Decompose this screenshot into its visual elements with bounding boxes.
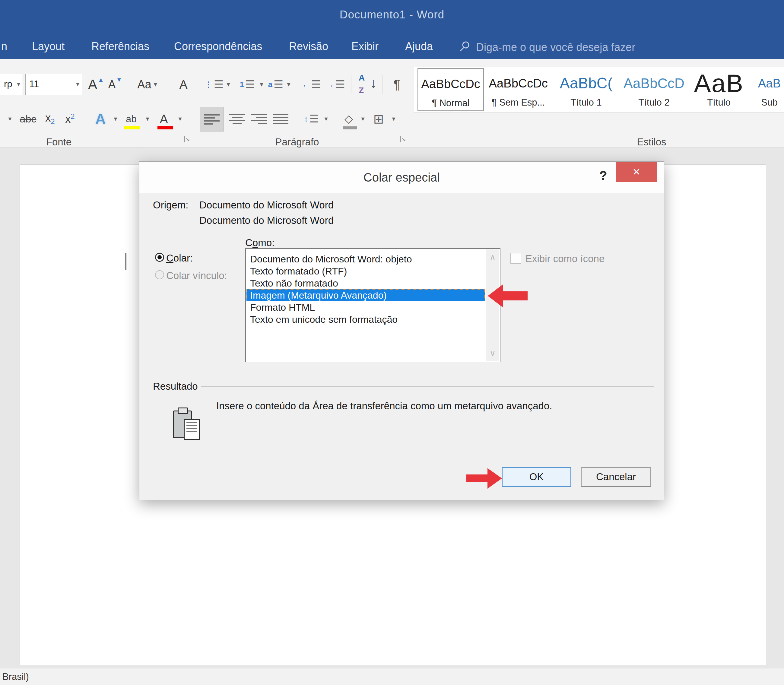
- paragraph-dialog-launcher[interactable]: ↘: [400, 136, 407, 142]
- shading-dropdown[interactable]: ▾: [360, 107, 366, 131]
- divider: [295, 109, 295, 128]
- styles-gallery: AaBbCcDc ¶ Normal AaBbCcDc ¶ Sem Esp... …: [414, 67, 784, 113]
- style-titulo-2[interactable]: AaBbCcD Título 2: [621, 68, 687, 111]
- subscript-button[interactable]: x2: [42, 107, 58, 131]
- style-titulo[interactable]: AaB Título: [686, 68, 752, 111]
- font-name-combo[interactable]: rp ▾: [0, 74, 23, 95]
- shading-icon: ◇: [344, 112, 353, 125]
- highlight-dropdown[interactable]: ▾: [144, 107, 151, 131]
- scroll-down-icon[interactable]: ∨: [486, 347, 499, 360]
- divider: [85, 109, 85, 128]
- ok-button[interactable]: OK: [502, 467, 571, 487]
- align-center-button[interactable]: [226, 107, 248, 131]
- align-left-button[interactable]: [200, 107, 224, 131]
- tell-me-search[interactable]: Diga-me o que você deseja fazer: [459, 36, 635, 59]
- borders-dropdown[interactable]: ▾: [390, 107, 397, 131]
- list-item[interactable]: Documento do Microsoft Word: objeto: [247, 253, 485, 265]
- dialog-titlebar[interactable]: Colar especial ? ✕: [140, 162, 664, 193]
- annotation-arrow-ok-button: [466, 468, 502, 489]
- colar-radio[interactable]: [155, 253, 164, 262]
- tab-ajuda[interactable]: Ajuda: [405, 36, 433, 59]
- decrease-indent-button[interactable]: ←☰: [301, 74, 322, 95]
- shrink-font-button[interactable]: A ▼: [106, 74, 124, 95]
- style-preview: AaB: [686, 71, 752, 95]
- chevron-down-icon[interactable]: ▾: [76, 80, 80, 88]
- close-button[interactable]: ✕: [616, 162, 657, 182]
- tab-correspondencias[interactable]: Correspondências: [174, 36, 262, 59]
- list-item-selected[interactable]: Imagem (Metarquivo Avançado): [247, 289, 485, 301]
- tab-partial[interactable]: n: [1, 36, 7, 59]
- grow-font-button[interactable]: A ▲: [87, 74, 104, 95]
- help-button[interactable]: ?: [599, 168, 607, 183]
- ribbon: rp ▾ 11 ▾ A ▲ A ▼ Aa ▾ A ▾ abc x2 x2 A ▾…: [0, 59, 784, 148]
- highlight-color-button[interactable]: ab: [121, 107, 141, 131]
- underline-dropdown[interactable]: ▾: [5, 107, 15, 131]
- tab-exibir[interactable]: Exibir: [351, 36, 378, 59]
- align-center-icon: [229, 112, 245, 125]
- font-group-label: Fonte: [11, 136, 107, 148]
- line-spacing-button[interactable]: ↕☰: [301, 107, 322, 131]
- style-subtitulo[interactable]: AaB Sub: [755, 68, 784, 111]
- list-item[interactable]: Texto formatado (RTF): [247, 265, 485, 277]
- chevron-down-icon[interactable]: ▾: [17, 80, 20, 88]
- arrow-right-icon: [487, 468, 502, 489]
- multilevel-list-button[interactable]: a☰: [266, 74, 286, 95]
- colar-vinculo-radio[interactable]: [155, 270, 164, 279]
- style-titulo-1[interactable]: AaBbC( Título 1: [553, 68, 619, 111]
- sort-button[interactable]: A Z ↓: [358, 74, 378, 95]
- scroll-up-icon[interactable]: ∧: [486, 251, 499, 264]
- style-name: Título 1: [553, 97, 619, 108]
- style-normal[interactable]: AaBbCcDc ¶ Normal: [417, 68, 484, 111]
- align-right-icon: [251, 112, 267, 125]
- style-preview: AaB: [755, 71, 784, 95]
- list-item[interactable]: Formato HTML: [247, 301, 485, 313]
- exibir-como-icone-checkbox[interactable]: [510, 253, 521, 264]
- justify-button[interactable]: [269, 107, 291, 131]
- como-label: Como:: [245, 237, 274, 248]
- strikethrough-button[interactable]: abc: [18, 107, 39, 131]
- font-size-value: 11: [29, 79, 39, 89]
- language-status[interactable]: Brasil): [2, 671, 29, 682]
- superscript-button[interactable]: x2: [62, 107, 78, 131]
- numbered-list-button[interactable]: 1☰: [238, 74, 257, 95]
- close-icon: ✕: [633, 167, 641, 177]
- font-size-combo[interactable]: 11 ▾: [25, 74, 82, 95]
- origem-value-line2: Documento do Microsoft Word: [200, 215, 334, 226]
- pilcrow-icon: ¶: [394, 77, 401, 92]
- change-case-button[interactable]: Aa ▾: [133, 74, 161, 95]
- tab-layout[interactable]: Layout: [32, 36, 65, 59]
- multilevel-list-dropdown[interactable]: ▾: [286, 74, 292, 95]
- cancelar-button[interactable]: Cancelar: [581, 467, 651, 487]
- paste-as-listbox[interactable]: Documento do Microsoft Word: objeto Text…: [245, 248, 500, 362]
- bullet-list-button[interactable]: ⋮☰: [205, 74, 224, 95]
- clear-formatting-button[interactable]: A: [174, 74, 193, 95]
- numbered-list-dropdown[interactable]: ▾: [258, 74, 265, 95]
- list-item[interactable]: Texto não formatado: [247, 277, 485, 289]
- shading-button[interactable]: ◇: [339, 107, 359, 131]
- shrink-font-icon: A: [108, 78, 115, 91]
- multilevel-list-icon: a☰: [268, 78, 284, 91]
- colar-vinculo-radio-label[interactable]: Colar vínculo:: [166, 270, 227, 281]
- font-dialog-launcher[interactable]: ↘: [184, 136, 191, 142]
- change-case-icon: Aa: [137, 78, 151, 91]
- text-effects-button[interactable]: A: [90, 107, 111, 131]
- show-marks-button[interactable]: ¶: [388, 74, 406, 95]
- exibir-como-icone-label[interactable]: Exibir como ícone: [526, 253, 604, 265]
- tab-referencias[interactable]: Referências: [91, 36, 149, 59]
- align-right-button[interactable]: [248, 107, 269, 131]
- style-sem-espacamento[interactable]: AaBbCcDc ¶ Sem Esp...: [485, 68, 552, 111]
- increase-indent-icon: →☰: [326, 78, 345, 91]
- text-effects-dropdown[interactable]: ▾: [112, 107, 119, 131]
- style-name: ¶ Sem Esp...: [485, 97, 552, 108]
- colar-radio-label[interactable]: Colar:: [166, 252, 193, 264]
- font-color-button[interactable]: A: [154, 107, 173, 131]
- up-triangle-icon: ▲: [98, 76, 104, 83]
- list-item[interactable]: Texto em unicode sem formatação: [247, 313, 485, 325]
- increase-indent-button[interactable]: →☰: [325, 74, 346, 95]
- bullet-list-dropdown[interactable]: ▾: [225, 74, 232, 95]
- chevron-down-icon: ▾: [8, 115, 11, 123]
- line-spacing-dropdown[interactable]: ▾: [323, 107, 330, 131]
- borders-button[interactable]: ⊞: [369, 107, 388, 131]
- font-color-dropdown[interactable]: ▾: [177, 107, 183, 131]
- tab-revisao[interactable]: Revisão: [289, 36, 328, 59]
